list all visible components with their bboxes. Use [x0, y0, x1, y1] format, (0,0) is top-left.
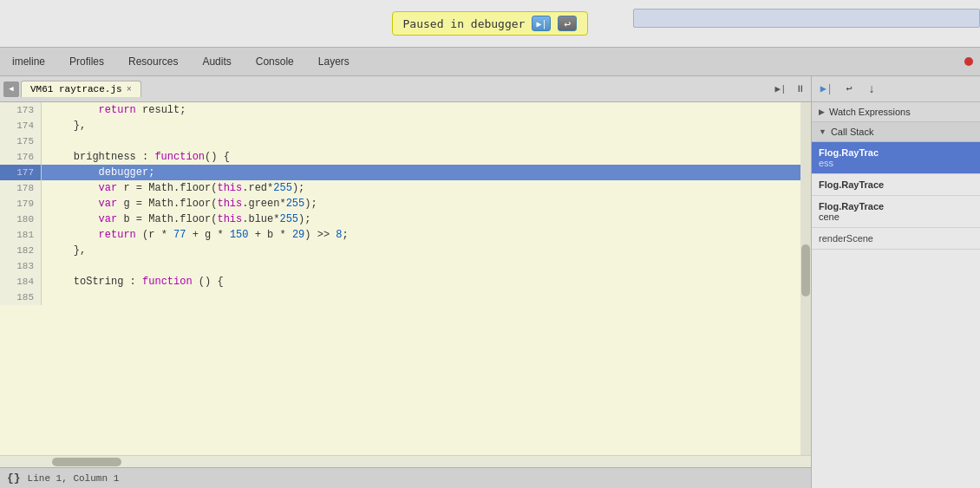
- scrollbar-thumb[interactable]: [801, 244, 810, 296]
- code-line-173: 173 return result;: [0, 102, 811, 118]
- call-stack-item-3-name: Flog.RayTrace: [819, 201, 973, 211]
- tab-console[interactable]: Console: [244, 49, 306, 74]
- code-line-183: 183: [0, 258, 811, 274]
- notification-dot: [964, 57, 973, 66]
- editor-tab-controls: ▶| ⏸: [773, 81, 807, 97]
- debug-step-over-btn[interactable]: ↩: [840, 81, 859, 98]
- stop-button[interactable]: ↩: [558, 16, 577, 31]
- code-line-178: 178 var r = Math.floor(this.red*255);: [0, 180, 811, 196]
- main-content: ◀ VM61 raytrace.js × ▶| ⏸ 173 return res…: [0, 76, 980, 488]
- code-line-185: 185: [0, 290, 811, 305]
- call-stack-arrow-icon: ▼: [819, 127, 826, 136]
- call-stack-item-2[interactable]: Flog.RayTrace: [812, 174, 980, 196]
- tab-timeline[interactable]: imeline: [0, 49, 57, 74]
- code-content-175: [42, 133, 811, 149]
- tab-filename: VM61 raytrace.js: [30, 84, 122, 94]
- code-content-177: debugger;: [42, 165, 811, 180]
- paused-label: Paused in debugger: [403, 17, 526, 30]
- line-number-184: 184: [0, 274, 42, 290]
- watch-arrow-icon: ▶: [819, 107, 825, 116]
- editor-tab-raytrace[interactable]: VM61 raytrace.js ×: [21, 81, 141, 97]
- code-content-176: brightness : function() {: [42, 149, 811, 165]
- code-line-179: 179 var g = Math.floor(this.green*255);: [0, 196, 811, 211]
- call-stack-item-1-sub: ess: [819, 158, 973, 168]
- editor-tabs: ◀ VM61 raytrace.js × ▶| ⏸: [0, 76, 811, 102]
- nav-tabs: imeline Profiles Resources Audits Consol…: [0, 48, 980, 76]
- line-number-177: 177: [0, 165, 42, 180]
- code-line-176: 176 brightness : function() {: [0, 149, 811, 165]
- horizontal-scrollbar[interactable]: [0, 455, 811, 467]
- call-stack-item-1-name: Flog.RayTrac: [819, 147, 973, 158]
- code-content-181: return (r * 77 + g * 150 + b * 29) >> 8;: [42, 227, 811, 243]
- call-stack-item-3[interactable]: Flog.RayTrace cene: [812, 196, 980, 228]
- run-button[interactable]: ▶|: [773, 81, 788, 97]
- call-stack-header[interactable]: ▼ Call Stack: [812, 122, 980, 142]
- line-number-174: 174: [0, 118, 42, 133]
- code-content-174: },: [42, 118, 811, 133]
- code-content-179: var g = Math.floor(this.green*255);: [42, 196, 811, 211]
- top-bar: Paused in debugger ▶| ↩: [0, 0, 980, 48]
- code-line-184: 184 toString : function () {: [0, 274, 811, 290]
- call-stack-item-4[interactable]: renderScene: [812, 228, 980, 250]
- editor-panel: ◀ VM61 raytrace.js × ▶| ⏸ 173 return res…: [0, 76, 812, 488]
- tab-layers[interactable]: Layers: [306, 49, 362, 74]
- tab-resources[interactable]: Resources: [116, 49, 190, 74]
- line-number-173: 173: [0, 102, 42, 118]
- code-line-175: 175: [0, 133, 811, 149]
- code-line-174: 174 },: [0, 118, 811, 133]
- h-scroll-thumb[interactable]: [52, 458, 121, 466]
- resume-button[interactable]: ▶|: [532, 16, 551, 31]
- debug-step-in-btn[interactable]: ↓: [862, 81, 881, 98]
- line-number-180: 180: [0, 211, 42, 227]
- code-content-173: return result;: [42, 102, 811, 118]
- right-toolbar: ▶| ↩ ↓: [812, 76, 980, 102]
- cursor-position: Line 1, Column 1: [28, 473, 120, 484]
- line-number-181: 181: [0, 227, 42, 243]
- call-stack-item-3-sub: cene: [819, 211, 973, 222]
- line-number-175: 175: [0, 133, 42, 149]
- debug-resume-btn[interactable]: ▶|: [817, 81, 836, 98]
- right-panel: ▶| ↩ ↓ ▶ Watch Expressions ▼ Call Stack …: [812, 76, 980, 488]
- line-number-179: 179: [0, 196, 42, 211]
- watch-label: Watch Expressions: [829, 107, 911, 117]
- code-content-184: toString : function () {: [42, 274, 811, 290]
- line-number-178: 178: [0, 180, 42, 196]
- paused-banner: Paused in debugger ▶| ↩: [392, 11, 589, 36]
- status-bar: {} Line 1, Column 1: [0, 467, 811, 488]
- code-lines: 173 return result; 174 }, 175 176: [0, 102, 811, 455]
- tab-close-button[interactable]: ×: [127, 85, 132, 94]
- pause-button[interactable]: ⏸: [792, 81, 807, 97]
- code-content-183: [42, 258, 811, 274]
- call-stack-label: Call Stack: [831, 127, 874, 137]
- code-content-180: var b = Math.floor(this.blue*255);: [42, 211, 811, 227]
- vertical-scrollbar[interactable]: [800, 102, 811, 455]
- code-line-182: 182 },: [0, 243, 811, 258]
- code-area: 173 return result; 174 }, 175 176: [0, 102, 811, 455]
- line-number-176: 176: [0, 149, 42, 165]
- line-number-185: 185: [0, 290, 42, 305]
- line-number-182: 182: [0, 243, 42, 258]
- brace-icon: {}: [7, 472, 21, 485]
- code-content-178: var r = Math.floor(this.red*255);: [42, 180, 811, 196]
- call-stack-section: ▼ Call Stack Flog.RayTrac ess Flog.RayTr…: [812, 122, 980, 250]
- call-stack-item-1[interactable]: Flog.RayTrac ess: [812, 142, 980, 174]
- code-line-177: 177 debugger;: [0, 165, 811, 180]
- line-number-183: 183: [0, 258, 42, 274]
- tab-audits[interactable]: Audits: [190, 49, 243, 74]
- top-right-input: [633, 9, 980, 28]
- call-stack-item-2-name: Flog.RayTrace: [819, 179, 973, 190]
- code-content-182: },: [42, 243, 811, 258]
- tab-profiles[interactable]: Profiles: [57, 49, 116, 74]
- nav-tabs-wrapper: imeline Profiles Resources Audits Consol…: [0, 49, 980, 74]
- file-navigator-icon[interactable]: ◀: [3, 81, 19, 97]
- code-content-185: [42, 290, 811, 305]
- watch-expressions-header[interactable]: ▶ Watch Expressions: [812, 102, 980, 122]
- code-line-180: 180 var b = Math.floor(this.blue*255);: [0, 211, 811, 227]
- code-line-181: 181 return (r * 77 + g * 150 + b * 29) >…: [0, 227, 811, 243]
- call-stack-item-4-name: renderScene: [819, 233, 873, 244]
